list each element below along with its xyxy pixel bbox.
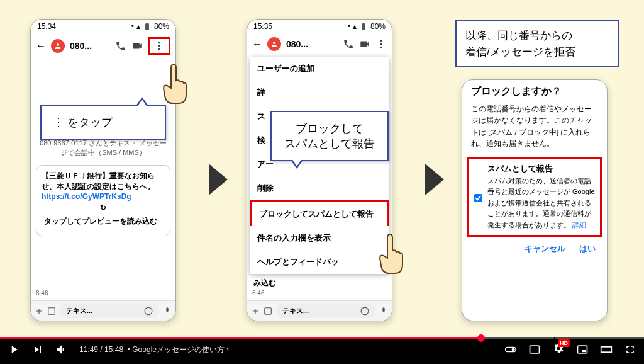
hand-pointer-icon — [375, 233, 406, 277]
progress-handle[interactable] — [477, 334, 485, 342]
hd-badge: HD — [558, 339, 570, 347]
mic-icon[interactable] — [379, 307, 388, 316]
svg-point-11 — [361, 307, 369, 315]
progress-bar[interactable] — [0, 337, 644, 339]
text-input[interactable]: テキス... — [60, 304, 159, 318]
report-title: スパムとして報告 — [487, 163, 595, 174]
signal-icon: • — [131, 22, 134, 31]
captions-icon[interactable] — [528, 343, 541, 356]
report-description: スパム対策のため、送信者の電話番号と最近のメッセージが Google および携帯… — [487, 176, 595, 231]
dialog-buttons: キャンセル はい — [462, 239, 607, 261]
svg-point-2 — [158, 45, 160, 47]
svg-rect-14 — [530, 346, 540, 353]
svg-point-0 — [57, 43, 59, 46]
video-controls: 11:49 / 15:48 • Googleメッセージの使い方 › HD — [0, 337, 644, 364]
emoji-icon[interactable] — [144, 307, 153, 316]
text-input[interactable]: テキス... — [276, 304, 375, 318]
input-bar: テキス... — [31, 300, 175, 321]
dropdown-menu: ユーザーの追加 詳 ス 検 アー 削除 ブロックしてスパムとして報告 件名の入力… — [250, 57, 389, 274]
arrow-right-icon — [209, 164, 228, 195]
back-icon[interactable]: ← — [252, 38, 262, 50]
menu-block-spam[interactable]: ブロックしてスパムとして報告 — [250, 200, 389, 226]
phone-icon[interactable] — [115, 40, 126, 52]
video-icon[interactable] — [131, 40, 143, 52]
detail-link[interactable]: 詳細 — [572, 221, 586, 229]
svg-point-7 — [380, 40, 382, 42]
preview-prompt[interactable]: タップしてプレビューを読み込む — [42, 212, 165, 230]
message-bubble: 【三菱ＵＦＪ銀行】重要なお知らせ、本人認証の設定はこちらへ。 https://t… — [36, 165, 170, 236]
more-vert-icon[interactable] — [153, 40, 165, 52]
fullscreen-icon[interactable] — [624, 343, 636, 356]
progress-fill — [0, 337, 481, 339]
svg-point-5 — [145, 307, 152, 315]
message-header: ← 080... — [247, 33, 392, 55]
settings-button[interactable]: HD — [552, 342, 565, 357]
status-right: •▴ 80% — [348, 22, 386, 31]
message-header: ← 080... — [31, 33, 175, 59]
battery-text: 80% — [154, 22, 169, 31]
contact-name[interactable]: 080... — [70, 41, 110, 51]
more-menu-highlighted[interactable] — [148, 37, 170, 55]
svg-rect-16 — [582, 350, 586, 352]
play-icon[interactable] — [8, 343, 20, 356]
more-vert-icon[interactable] — [375, 38, 387, 50]
menu-subject[interactable]: 件名の入力欄を表示 — [250, 226, 389, 250]
svg-rect-17 — [601, 347, 612, 352]
emoji-icon[interactable] — [360, 307, 369, 316]
battery-icon — [359, 22, 368, 31]
status-bar: 15:34 • ▴ 80% — [31, 20, 175, 33]
svg-point-9 — [380, 47, 382, 48]
ok-button[interactable]: はい — [579, 243, 596, 254]
phone-mockup-2: 15:35 •▴ 80% ← 080... ユーザーの追加 詳 ス 検 アー 削… — [247, 19, 392, 321]
svg-point-1 — [158, 42, 160, 43]
svg-rect-10 — [265, 307, 272, 314]
plus-icon[interactable] — [251, 307, 260, 316]
avatar[interactable] — [267, 37, 281, 51]
status-time: 15:34 — [37, 22, 56, 31]
svg-point-6 — [273, 42, 275, 44]
report-spam-box: スパムとして報告 スパム対策のため、送信者の電話番号と最近のメッセージが Goo… — [467, 157, 602, 237]
theater-icon[interactable] — [600, 343, 613, 356]
timestamp: 6:46 — [36, 290, 48, 297]
status-right: • ▴ 80% — [131, 22, 169, 31]
volume-icon[interactable] — [55, 343, 68, 356]
message-text: 【三菱ＵＦＪ銀行】重要なお知らせ、本人認証の設定はこちらへ。 — [42, 171, 165, 192]
contact-name[interactable]: 080... — [286, 39, 338, 49]
phone-icon[interactable] — [343, 38, 354, 50]
dialog-title: ブロックしますか？ — [462, 80, 607, 103]
gallery-icon[interactable] — [47, 307, 56, 316]
time-display: 11:49 / 15:48 • Googleメッセージの使い方 › — [79, 344, 229, 355]
video-icon[interactable] — [359, 38, 370, 50]
callout-text: ⋮ をタップ — [53, 116, 113, 128]
message-link[interactable]: https://t.co/GyWPTrKsDg — [42, 192, 131, 201]
callout-tap-menu: ⋮ をタップ — [40, 105, 166, 140]
input-placeholder: テキス... — [66, 306, 92, 316]
arrow-right-icon — [425, 164, 444, 195]
hand-pointer-icon — [158, 63, 190, 107]
back-icon[interactable]: ← — [36, 40, 46, 52]
menu-delete[interactable]: 削除 — [250, 176, 389, 200]
mic-icon[interactable] — [163, 307, 172, 316]
cancel-button[interactable]: キャンセル — [525, 243, 565, 254]
avatar[interactable] — [51, 39, 65, 53]
autoplay-toggle[interactable] — [504, 343, 517, 356]
svg-point-3 — [158, 48, 160, 50]
wifi-icon: ▴ — [136, 22, 140, 31]
svg-rect-4 — [48, 307, 55, 314]
battery-icon — [143, 22, 152, 31]
miniplayer-icon[interactable] — [576, 343, 589, 356]
report-checkbox[interactable] — [474, 165, 482, 231]
svg-point-8 — [380, 43, 382, 45]
next-icon[interactable] — [31, 343, 44, 356]
input-bar: テキス... — [247, 300, 392, 321]
status-time: 15:35 — [253, 22, 272, 31]
dialog-body: この電話番号からの着信やメッセージは届かなくなります。このチャットは [スパム … — [462, 103, 607, 155]
menu-details[interactable]: 詳 — [250, 81, 389, 105]
video-content: 15:34 • ▴ 80% ← 080... 080-9367-0117 さんと… — [0, 0, 644, 337]
phone-mockup-3: ブロックしますか？ この電話番号からの着信やメッセージは届かなくなります。このチ… — [462, 79, 608, 321]
gallery-icon[interactable] — [264, 307, 272, 316]
plus-icon[interactable] — [35, 307, 43, 316]
phone-mockup-1: 15:34 • ▴ 80% ← 080... 080-9367-0117 さんと… — [30, 19, 176, 321]
menu-add-user[interactable]: ユーザーの追加 — [250, 57, 389, 81]
menu-help[interactable]: ヘルプとフィードバッ — [250, 250, 389, 274]
